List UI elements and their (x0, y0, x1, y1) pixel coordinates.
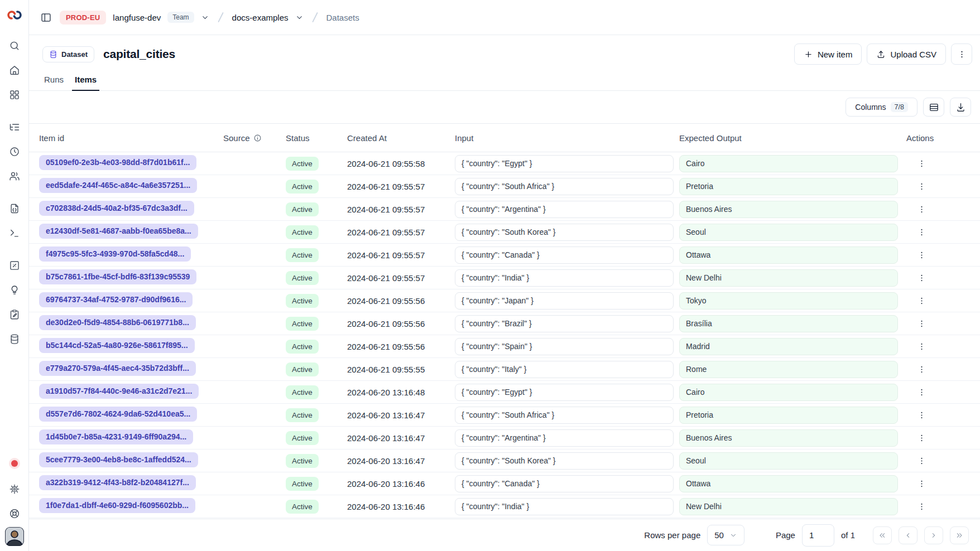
input-cell[interactable]: { "country": "Canada" } (455, 475, 674, 492)
item-id-badge[interactable]: eed5dafe-244f-465c-a84c-4a6e357251... (39, 178, 197, 193)
row-actions-button[interactable] (913, 155, 930, 172)
last-page-button[interactable] (950, 526, 969, 544)
sidebar-item-datasets[interactable] (4, 329, 25, 349)
expected-output-cell[interactable]: Brasília (679, 315, 898, 332)
expected-output-cell[interactable]: New Delhi (679, 269, 898, 287)
input-cell[interactable]: { "country": "Brazil" } (455, 315, 674, 332)
input-cell[interactable]: { "country": "Argentina" } (455, 201, 674, 218)
input-cell[interactable]: { "country": "South Africa" } (455, 407, 674, 424)
item-id-badge[interactable]: 05109ef0-2e3b-4e03-98dd-8f7d01b61f... (39, 155, 196, 170)
input-cell[interactable]: { "country": "Japan" } (455, 292, 674, 310)
item-id-badge[interactable]: b75c7861-1fbe-45cf-bdf6-83f139c95539 (39, 269, 196, 284)
previous-page-button[interactable] (899, 526, 917, 544)
row-actions-button[interactable] (913, 338, 930, 355)
breadcrumb-section[interactable]: Datasets (326, 13, 359, 22)
row-actions-button[interactable] (913, 201, 930, 218)
input-cell[interactable]: { "country": "Italy" } (455, 361, 674, 378)
item-id-badge[interactable]: e779a270-579a-4f45-aec4-35b72d3bff... (39, 361, 196, 376)
input-cell[interactable]: { "country": "Egypt" } (455, 384, 674, 401)
sidebar-item-playground[interactable] (4, 223, 25, 243)
status-recording-dot[interactable] (11, 460, 18, 467)
langfuse-logo-icon[interactable] (7, 8, 22, 22)
org-switcher-chevron-down-icon[interactable] (201, 13, 209, 22)
sidebar-item-annotation[interactable] (4, 304, 25, 325)
expected-output-cell[interactable]: Ottawa (679, 246, 898, 264)
row-actions-button[interactable] (913, 315, 930, 332)
first-page-button[interactable] (873, 526, 892, 544)
item-id-badge[interactable]: e12430df-5e81-4687-aabb-f0ea65be8a... (39, 224, 198, 239)
upload-csv-button[interactable]: Upload CSV (867, 44, 946, 65)
sidebar-item-sessions[interactable] (4, 142, 25, 162)
item-id-badge[interactable]: f4975c95-5fc3-4939-970d-58fa5cd48... (39, 246, 191, 262)
sidebar-item-prompts[interactable] (4, 199, 25, 219)
expected-output-cell[interactable]: Seoul (679, 224, 898, 241)
item-id-badge[interactable]: c702838d-24d5-40a2-bf35-67dc3a3df... (39, 201, 194, 216)
sidebar-item-search[interactable] (4, 36, 25, 56)
expected-output-cell[interactable]: Buenos Aires (679, 429, 898, 447)
input-cell[interactable]: { "country": "South Africa" } (455, 178, 674, 195)
input-cell[interactable]: { "country": "Canada" } (455, 246, 674, 264)
row-actions-button[interactable] (913, 292, 930, 309)
item-id-badge[interactable]: a1910d57-7f84-440c-9e46-a31c2d7e21... (39, 384, 199, 399)
expected-output-cell[interactable]: Seoul (679, 452, 898, 470)
column-header-source[interactable]: Source (223, 133, 286, 143)
more-actions-button[interactable] (951, 44, 972, 65)
rows-per-page-select[interactable]: 50 (707, 525, 744, 545)
sidebar-item-evaluation[interactable] (4, 255, 25, 276)
row-actions-button[interactable] (913, 178, 930, 195)
page-number-input[interactable] (802, 524, 834, 547)
column-header-item-id[interactable]: Item id (39, 133, 223, 143)
expected-output-cell[interactable]: Cairo (679, 155, 898, 172)
sidebar-item-dashboard[interactable] (4, 85, 25, 105)
info-icon[interactable] (253, 134, 262, 142)
organization-name[interactable]: langfuse-dev (113, 13, 161, 22)
expected-output-cell[interactable]: Cairo (679, 384, 898, 401)
sidebar-toggle-button[interactable] (39, 11, 53, 25)
item-id-badge[interactable]: 1d45b0e7-b85a-4231-9149-6ff90a294... (39, 429, 193, 444)
sidebar-item-settings[interactable] (4, 479, 25, 499)
expected-output-cell[interactable]: Buenos Aires (679, 201, 898, 218)
item-id-badge[interactable]: 1f0e7da1-dbff-4e60-929d-f6095602bb... (39, 498, 195, 513)
expected-output-cell[interactable]: Madrid (679, 338, 898, 355)
item-id-badge[interactable]: d557e7d6-7802-4624-9da6-52d410ea5... (39, 407, 197, 422)
tab-runs[interactable]: Runs (41, 75, 66, 90)
sidebar-item-home[interactable] (4, 60, 25, 80)
project-switcher-chevron-down-icon[interactable] (295, 13, 304, 22)
item-id-badge[interactable]: de30d2e0-f5d9-4854-88b6-0619771b8... (39, 315, 196, 330)
row-actions-button[interactable] (913, 224, 930, 240)
input-cell[interactable]: { "country": "Egypt" } (455, 155, 674, 172)
tab-items[interactable]: Items (72, 75, 99, 90)
expected-output-cell[interactable]: Rome (679, 361, 898, 378)
column-header-created-at[interactable]: Created At (347, 133, 455, 143)
column-header-expected-output[interactable]: Expected Output (679, 133, 906, 143)
item-id-badge[interactable]: a322b319-9412-4f43-b8f2-b20484127f... (39, 475, 196, 490)
row-actions-button[interactable] (913, 384, 930, 400)
expected-output-cell[interactable]: Ottawa (679, 475, 898, 492)
new-item-button[interactable]: New item (794, 44, 862, 65)
expected-output-cell[interactable]: Pretoria (679, 407, 898, 424)
sidebar-item-tracing[interactable] (4, 117, 25, 137)
row-height-button[interactable] (923, 98, 944, 117)
sidebar-item-support[interactable] (4, 504, 25, 524)
item-id-badge[interactable]: b5c144cd-52a5-4a80-926e-58617f895... (39, 338, 195, 353)
row-actions-button[interactable] (913, 498, 930, 515)
item-id-badge[interactable]: 5cee7779-3e00-4eb8-be8c-1affedd524... (39, 452, 198, 467)
input-cell[interactable]: { "country": "India" } (455, 498, 674, 515)
row-actions-button[interactable] (913, 452, 930, 469)
row-actions-button[interactable] (913, 407, 930, 423)
input-cell[interactable]: { "country": "Argentina" } (455, 429, 674, 447)
expected-output-cell[interactable]: Pretoria (679, 178, 898, 195)
input-cell[interactable]: { "country": "South Korea" } (455, 224, 674, 241)
expected-output-cell[interactable]: Tokyo (679, 292, 898, 310)
project-name[interactable]: docs-examples (232, 13, 289, 22)
user-avatar[interactable] (5, 527, 24, 546)
row-actions-button[interactable] (913, 429, 930, 446)
input-cell[interactable]: { "country": "India" } (455, 269, 674, 287)
row-actions-button[interactable] (913, 361, 930, 378)
sidebar-item-upgrade[interactable] (4, 280, 25, 300)
sidebar-item-users[interactable] (4, 166, 25, 186)
input-cell[interactable]: { "country": "Spain" } (455, 338, 674, 355)
row-actions-button[interactable] (913, 475, 930, 492)
column-header-input[interactable]: Input (455, 133, 679, 143)
column-header-status[interactable]: Status (286, 133, 347, 143)
